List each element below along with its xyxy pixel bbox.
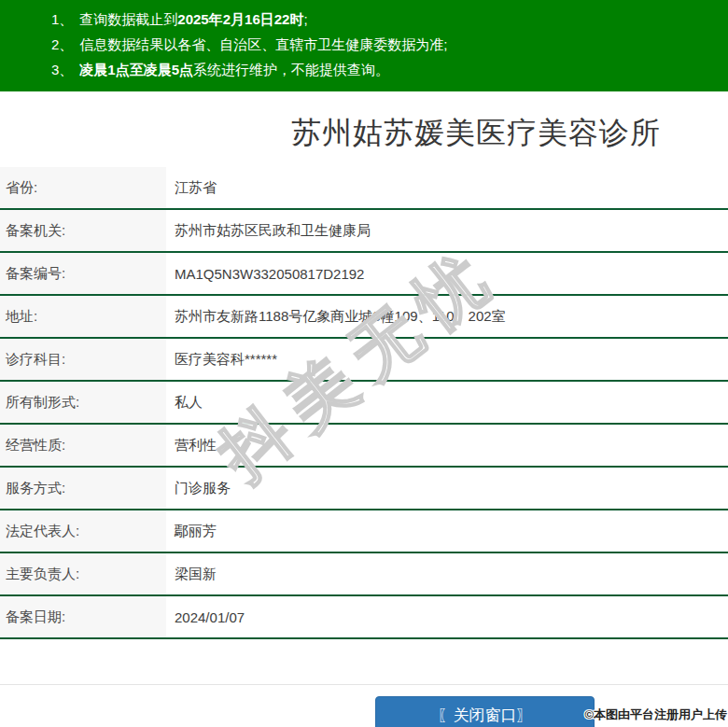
table-row-ownership: 所有制形式: 私人 (0, 382, 728, 425)
field-label: 备案机关: (0, 210, 166, 251)
footer-divider (0, 684, 728, 685)
notice-text: 查询数据截止到 (79, 11, 177, 27)
field-label: 地址: (0, 296, 166, 337)
field-label: 服务方式: (0, 468, 166, 509)
table-row-person-in-charge: 主要负责人: 梁国新 (0, 553, 728, 596)
notice-line-1: 1、查询数据截止到2025年2月16日22时; (51, 7, 719, 32)
field-label: 法定代表人: (0, 510, 166, 552)
field-value: 医疗美容科****** (166, 339, 728, 380)
table-row-authority: 备案机关: 苏州市姑苏区民政和卫生健康局 (0, 210, 728, 253)
table-row-province: 省份: 江苏省 (0, 167, 728, 210)
field-label: 主要负责人: (0, 553, 166, 594)
table-row-legal-representative: 法定代表人: 鄢丽芳 (0, 510, 728, 553)
table-row-address: 地址: 苏州市友新路1188号亿象商业城8幢109、110、202室 (0, 296, 728, 339)
notice-text-bold: 2025年2月16日22时 (177, 11, 303, 27)
field-label: 所有制形式: (0, 382, 166, 423)
notice-text: 系统进行维护，不能提供查询。 (193, 62, 389, 77)
notice-line-2: 2、信息数据结果以各省、自治区、直辖市卫生健康委数据为准; (51, 32, 719, 57)
field-value: 2024/01/07 (166, 596, 728, 637)
table-row-service-mode: 服务方式: 门诊服务 (0, 468, 728, 510)
table-row-record-date: 备案日期: 2024/01/07 (0, 596, 728, 639)
field-value: 苏州市友新路1188号亿象商业城8幢109、110、202室 (166, 296, 728, 337)
field-value: 私人 (166, 382, 728, 423)
notice-text-bold: 凌晨1点至凌晨5点 (79, 62, 193, 77)
notice-number: 2、 (51, 36, 73, 52)
notice-text: 信息数据结果以各省、自治区、直辖市卫生健康委数据为准; (79, 36, 447, 52)
record-table: 省份: 江苏省 备案机关: 苏州市姑苏区民政和卫生健康局 备案编号: MA1Q5… (0, 167, 728, 639)
field-label: 备案编号: (0, 253, 166, 294)
field-value: 苏州市姑苏区民政和卫生健康局 (166, 210, 728, 251)
notice-number: 1、 (51, 11, 73, 27)
table-row-departments: 诊疗科目: 医疗美容科****** (0, 339, 728, 382)
notice-line-3: 3、凌晨1点至凌晨5点系统进行维护，不能提供查询。 (51, 57, 719, 82)
clinic-title: 苏州姑苏媛美医疗美容诊所 (224, 115, 728, 150)
field-value: MA1Q5N3W332050817D2192 (166, 253, 728, 294)
field-value: 江苏省 (166, 167, 728, 208)
field-label: 备案日期: (0, 596, 166, 637)
field-value: 门诊服务 (166, 468, 728, 509)
close-window-button[interactable]: 〖关闭窗口〗 (375, 696, 595, 727)
notice-text: ; (303, 11, 307, 27)
copyright-note: ©本图由平台注册用户上传 (584, 706, 727, 723)
field-value: 梁国新 (166, 553, 728, 594)
notice-number: 3、 (51, 62, 73, 77)
table-row-record-number: 备案编号: MA1Q5N3W332050817D2192 (0, 253, 728, 296)
field-value: 营利性 (166, 425, 728, 466)
field-label: 省份: (0, 167, 166, 208)
field-value: 鄢丽芳 (166, 510, 728, 552)
table-row-business-nature: 经营性质: 营利性 (0, 425, 728, 468)
field-label: 经营性质: (0, 425, 166, 466)
notice-banner: 1、查询数据截止到2025年2月16日22时; 2、信息数据结果以各省、自治区、… (0, 0, 728, 91)
field-label: 诊疗科目: (0, 339, 166, 380)
